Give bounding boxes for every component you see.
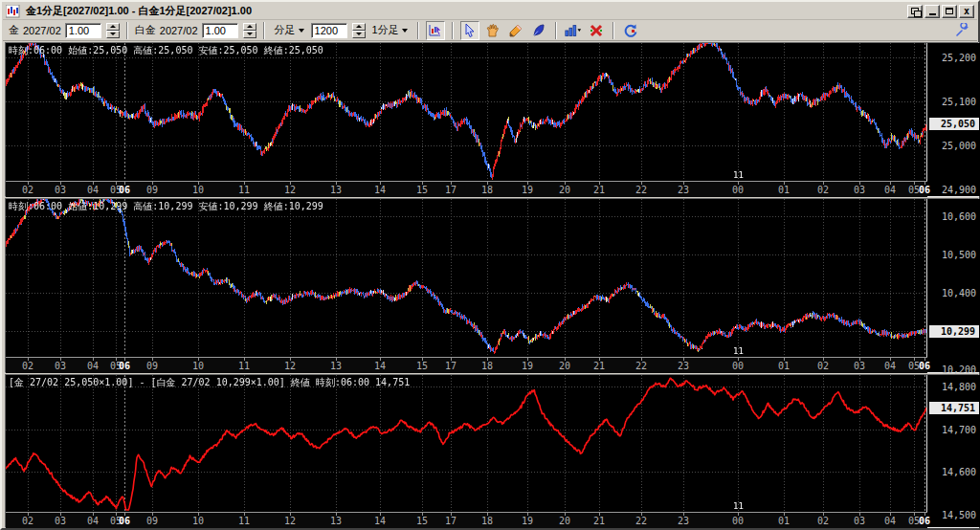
x-axis-label: 02 <box>18 516 37 526</box>
x-axis-label: 22 <box>632 185 651 195</box>
y-axis-label: 14,500 <box>928 510 976 520</box>
x-axis-label: 00 <box>728 185 747 195</box>
x-axis-label: 02 <box>18 185 37 195</box>
current-price-badge: 10,299 <box>929 325 979 338</box>
x-axis-label: 03 <box>850 361 869 371</box>
bar-count-input[interactable]: 1200 <box>311 23 347 38</box>
x-axis-label: 19 <box>518 516 537 526</box>
window-title: 金1分足[2027/02]1.00 - 白金1分足[2027/02]1.00 <box>26 4 252 18</box>
period-type-label: 分足 <box>275 23 296 37</box>
y-axis-label: 24,900 <box>928 185 976 195</box>
chart-panels: 時刻:06:00 始値:25,050 高値:25,050 安値:25,050 終… <box>5 42 979 524</box>
x-axis-label: 13 <box>326 516 345 526</box>
x-axis-label: 18 <box>478 361 497 371</box>
platinum-chart-canvas[interactable] <box>6 199 926 356</box>
timeframe-dropdown[interactable]: 1分足 <box>369 21 411 39</box>
platinum-ohlc-info: 時刻:06:00 始値:10,299 高値:10,299 安値:10,299 終… <box>9 200 323 213</box>
gold-x-axis: 0203040506091011121314151718192021222300… <box>6 181 927 197</box>
current-price-badge: 14,751 <box>929 402 979 414</box>
chart-cursor-tool-button[interactable] <box>426 21 445 40</box>
minimize-button[interactable] <box>924 5 940 18</box>
platinum-multiplier-input[interactable]: 1.00 <box>202 23 238 38</box>
date-label: 11 <box>733 346 744 356</box>
x-axis-label: 03 <box>51 516 70 526</box>
date-label: 11 <box>733 170 744 180</box>
x-axis-label: 11 <box>234 361 254 371</box>
separator <box>126 22 128 39</box>
x-axis-label: 17 <box>441 516 460 526</box>
chart-cursor-tool-icon <box>428 23 443 38</box>
close-button[interactable]: x <box>959 5 974 18</box>
x-axis-label: 01 <box>774 185 793 195</box>
clear-marks-button[interactable] <box>587 21 606 40</box>
x-axis-label: 21 <box>590 516 609 526</box>
y-axis-label: 25,000 <box>928 141 976 151</box>
gold-multiplier-input[interactable]: 1.00 <box>65 23 101 38</box>
x-axis-label: 09 <box>143 185 162 195</box>
gold-y-axis: 25,20025,10025,00024,90025,050 <box>928 43 980 196</box>
y-axis-label: 25,100 <box>928 97 976 107</box>
x-axis-label: 21 <box>590 361 609 371</box>
spread-chart-plot[interactable]: [金 27/02 25,050×1.00] - [白金 27/02 10,299… <box>6 375 927 512</box>
platinum-contract-label: 2027/02 <box>160 25 198 36</box>
timeframe-label: 1分足 <box>372 23 399 37</box>
platinum-chart-plot[interactable]: 時刻:06:00 始値:10,299 高値:10,299 安値:10,299 終… <box>6 199 927 357</box>
bar-count-stepper[interactable] <box>352 23 366 38</box>
chevron-down-icon <box>299 29 304 33</box>
x-axis-label: 06 <box>915 185 934 195</box>
settings-wrench-button[interactable] <box>952 21 971 40</box>
gold-label: 金 <box>9 23 19 37</box>
maximize-icon <box>946 8 953 14</box>
x-axis-label: 03 <box>850 185 869 195</box>
x-axis-label: 17 <box>441 361 460 371</box>
period-type-dropdown[interactable]: 分足 <box>272 21 307 39</box>
hand-pan-button[interactable] <box>483 21 502 40</box>
pencil-draw-icon <box>508 23 523 38</box>
spread-chart-canvas[interactable] <box>6 375 926 511</box>
refresh-button[interactable] <box>621 21 640 40</box>
x-axis-label: 09 <box>143 516 162 526</box>
x-axis-label: 06 <box>915 516 934 526</box>
spread-x-axis: 0203040506091011121314151718192021222300… <box>6 512 927 528</box>
platinum-y-axis: 10,60010,50010,40010,20010,299 <box>928 199 980 372</box>
gold-chart-plot[interactable]: 時刻:06:00 始値:25,050 高値:25,050 安値:25,050 終… <box>6 43 927 181</box>
x-axis-label: 12 <box>280 516 300 526</box>
bar-chart-type-icon <box>565 23 582 38</box>
x-axis-label: 20 <box>555 361 574 371</box>
platinum-multiplier-stepper[interactable] <box>243 23 256 38</box>
app-chart-icon <box>6 5 21 18</box>
select-arrow-button[interactable] <box>460 21 479 40</box>
y-axis-label: 25,200 <box>928 53 976 63</box>
gold-multiplier-stepper[interactable] <box>106 23 120 38</box>
y-axis-label: 14,600 <box>928 467 976 477</box>
chart-panel-platinum: 時刻:06:00 始値:10,299 高値:10,299 安値:10,299 終… <box>5 198 979 373</box>
x-axis-label: 06 <box>115 185 134 195</box>
y-axis-label: 14,700 <box>928 425 976 435</box>
x-axis-label: 11 <box>234 516 254 526</box>
x-axis-label: 04 <box>880 516 900 526</box>
quill-annotate-button[interactable] <box>529 21 548 40</box>
maximize-button[interactable] <box>942 5 957 18</box>
platinum-label: 白金 <box>135 23 156 37</box>
x-axis-label: 15 <box>412 361 432 371</box>
x-axis-label: 14 <box>370 361 390 371</box>
x-axis-label: 04 <box>83 361 102 371</box>
quill-annotate-icon <box>531 23 546 38</box>
pencil-draw-button[interactable] <box>506 21 525 40</box>
x-axis-label: 23 <box>674 361 693 371</box>
x-axis-label: 18 <box>478 185 497 195</box>
x-axis-label: 10 <box>189 516 208 526</box>
current-price-badge: 25,050 <box>929 118 979 130</box>
x-axis-label: 22 <box>632 516 651 526</box>
bar-chart-type-button[interactable] <box>564 21 583 40</box>
gold-chart-canvas[interactable] <box>6 43 926 180</box>
x-axis-label: 06 <box>115 361 134 371</box>
float-window-button[interactable] <box>907 5 923 18</box>
titlebar: 金1分足[2027/02]1.00 - 白金1分足[2027/02]1.00 x <box>3 3 977 20</box>
clear-marks-icon <box>589 23 604 38</box>
x-axis-label: 06 <box>115 516 134 526</box>
x-axis-label: 09 <box>143 361 162 371</box>
close-icon: x <box>964 7 969 16</box>
x-axis-label: 15 <box>412 185 432 195</box>
y-axis-label: 10,500 <box>928 250 976 260</box>
